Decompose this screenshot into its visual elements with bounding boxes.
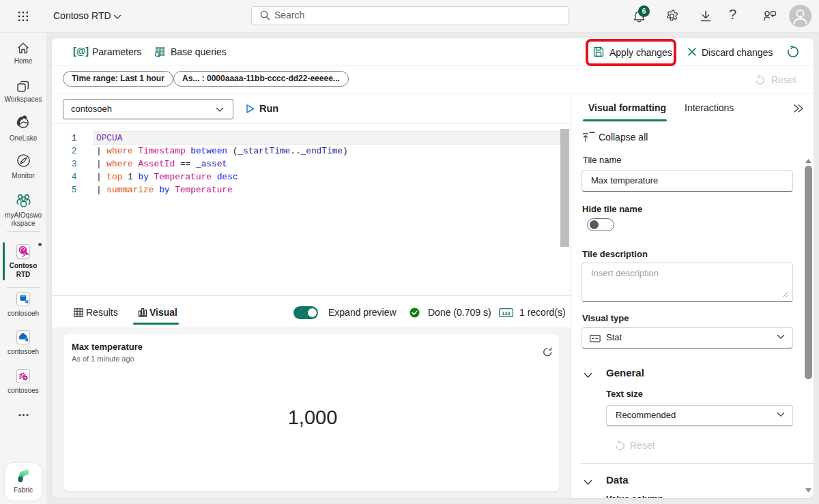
svg-text:123: 123: [502, 310, 511, 316]
